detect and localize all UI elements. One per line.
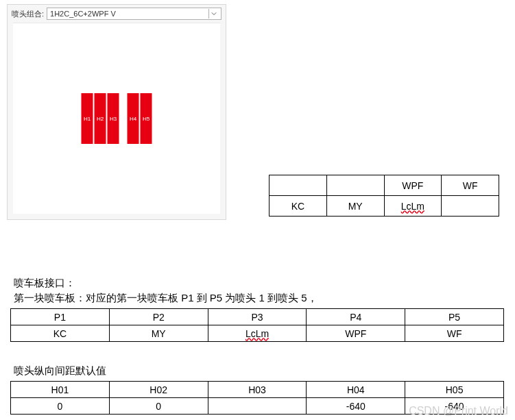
cell: WF: [405, 325, 504, 342]
cell: P3: [208, 309, 307, 325]
cell: -640: [405, 398, 504, 415]
cell: 0: [109, 398, 208, 415]
table-row: 0 0 -640 -640: [11, 398, 504, 415]
preview-canvas: H1 H2 H3 H4 H5: [13, 23, 220, 214]
cell: H01: [11, 382, 110, 398]
cell: KC: [270, 196, 327, 217]
head-block: H5: [141, 93, 152, 144]
cell: H04: [307, 382, 405, 398]
dropdown-value: 1H2C_6C+2WPF V: [50, 10, 116, 18]
head-cluster-1: H1 H2 H3: [82, 93, 119, 144]
cell: WPF: [307, 325, 405, 342]
spellcheck-text: LcLm: [401, 201, 424, 212]
section-heading: 喷头纵向间距默认值: [14, 365, 106, 378]
chevron-down-icon: [208, 9, 218, 18]
cell: H02: [109, 382, 208, 398]
dropdown-row: 喷头组合: 1H2C_6C+2WPF V: [8, 5, 226, 23]
cell: P2: [109, 309, 208, 325]
cell: MY: [109, 325, 208, 342]
cell: P1: [11, 309, 110, 325]
cell: P4: [307, 309, 405, 325]
table-row: WPF WF: [270, 175, 499, 196]
table-row: H01 H02 H03 H04 H05: [11, 382, 504, 398]
head-group: H1 H2 H3 H4 H5: [82, 93, 152, 144]
section-heading: 喷车板接口：: [14, 277, 75, 290]
head-block: H4: [128, 93, 139, 144]
head-block: H2: [95, 93, 106, 144]
port-mapping-table: P1 P2 P3 P4 P5 KC MY LcLm WPF WF: [10, 308, 504, 342]
cell: [270, 175, 327, 196]
cell: MY: [326, 196, 384, 217]
cell: 0: [11, 398, 110, 415]
cell: WPF: [384, 175, 442, 196]
cell: LcLm: [384, 196, 442, 217]
spellcheck-text: LcLm: [245, 328, 269, 339]
table-row: KC MY LcLm: [270, 196, 499, 217]
cell: -640: [307, 398, 405, 415]
cell: P5: [405, 309, 504, 325]
cell: [208, 398, 307, 415]
head-combo-select[interactable]: 1H2C_6C+2WPF V: [47, 8, 221, 20]
small-table: WPF WF KC MY LcLm: [269, 175, 499, 217]
head-block: H1: [82, 93, 93, 144]
cell: [326, 175, 384, 196]
cell: H03: [208, 382, 307, 398]
head-spacing-table: H01 H02 H03 H04 H05 0 0 -640 -640: [10, 381, 504, 415]
table-row: P1 P2 P3 P4 P5: [11, 309, 504, 325]
table-row: KC MY LcLm WPF WF: [11, 325, 504, 342]
cell: WF: [442, 175, 499, 196]
section-description: 第一块喷车板：对应的第一块喷车板 P1 到 P5 为喷头 1 到喷头 5，: [14, 292, 318, 305]
cell: H05: [405, 382, 504, 398]
app-window: 喷头组合: 1H2C_6C+2WPF V H1 H2 H3 H4 H5: [7, 4, 226, 220]
head-cluster-2: H4 H5: [128, 93, 152, 144]
dropdown-label: 喷头组合:: [12, 9, 44, 19]
cell: [442, 196, 499, 217]
head-block: H3: [108, 93, 119, 144]
cell: LcLm: [208, 325, 307, 342]
cell: KC: [11, 325, 110, 342]
